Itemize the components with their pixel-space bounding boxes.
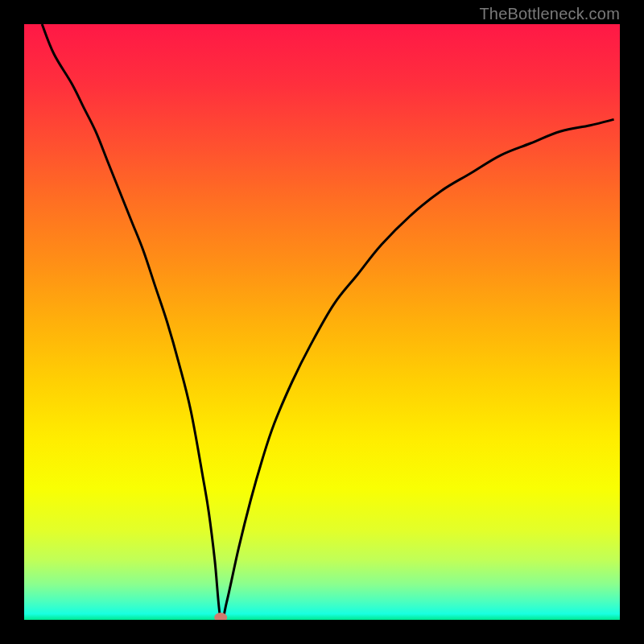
bottleneck-curve <box>42 24 613 620</box>
chart-frame: TheBottleneck.com <box>0 0 644 644</box>
watermark-text: TheBottleneck.com <box>479 5 620 23</box>
curve-layer <box>24 24 620 620</box>
plot-area <box>24 24 620 620</box>
